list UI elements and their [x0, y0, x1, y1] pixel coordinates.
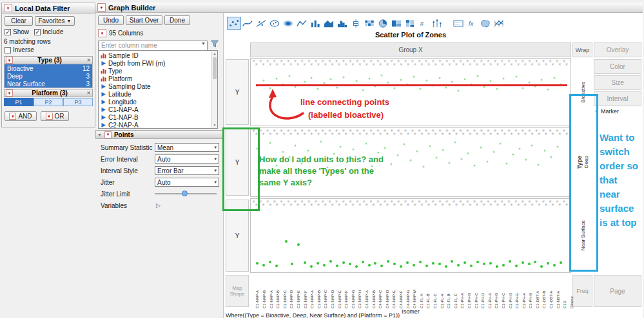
summary-statistic-select[interactable]: Mean▾ [155, 143, 219, 152]
data-point [541, 79, 543, 81]
column-item-depth-from-fwi-m[interactable]: Depth from FWI (m) [99, 59, 211, 67]
toolbar-icon-area[interactable] [322, 17, 336, 30]
column-name: Depth from FWI (m) [108, 60, 165, 67]
x-tick-label: C4-NAP-C [378, 275, 384, 308]
x-tick-label: C4-NAP-A [364, 275, 370, 308]
data-point [275, 265, 278, 267]
toolbar-icon-map-shapes[interactable] [478, 17, 493, 30]
jitter-limit-slider[interactable] [155, 193, 217, 194]
toolbar-icon-ellipse[interactable] [268, 17, 282, 30]
toolbar-icon-parallel[interactable] [492, 17, 506, 30]
toolbar-icon-points[interactable] [227, 17, 241, 30]
toolbar-icon-treemap[interactable] [389, 17, 404, 30]
group-x-zone[interactable]: Group X [250, 42, 571, 57]
filter-value-bioactive[interactable]: Bioactive12 [5, 64, 92, 72]
y-axis-zone-1[interactable]: Y [226, 59, 249, 125]
toolbar-icon-formula[interactable]: fx [465, 17, 479, 30]
column-list-scrollbar[interactable]: ▲ ▼ [211, 51, 217, 128]
drop-zone-overlay[interactable]: Overlay [594, 42, 641, 57]
inverse-checkbox[interactable]: Inverse [5, 46, 34, 53]
drop-zone-color[interactable]: Color [594, 59, 641, 74]
and-button[interactable]: ▼ AND [5, 111, 37, 121]
disclosure-icon[interactable]: ▷ [156, 202, 161, 209]
setting-label: Interval Style [95, 167, 138, 174]
toolbar-icon-caption-box[interactable] [451, 17, 465, 30]
close-icon[interactable]: ✕ [86, 57, 91, 63]
toolbar-icon-mosaic[interactable] [403, 17, 417, 30]
data-point [336, 86, 338, 88]
start-over-button[interactable]: Start Over [126, 15, 162, 25]
blue-annotation-rectangle [569, 94, 598, 272]
red-triangle-menu-icon[interactable]: ▼ [4, 4, 12, 12]
column-item-c1-nap-a[interactable]: C1-NAP-A [99, 106, 211, 113]
show-checkbox[interactable]: ✓Show [5, 28, 29, 35]
blue-annotation-text: is at top [600, 217, 637, 228]
page-zone[interactable]: Page [594, 275, 641, 307]
drop-zone-size[interactable]: Size [594, 75, 641, 90]
scroll-up-icon[interactable]: ▲ [212, 51, 217, 57]
toolbar-icon-line-of-fit[interactable] [254, 17, 268, 30]
data-point [422, 166, 424, 168]
points-setting-error-interval: Error IntervalAuto▾ [95, 153, 223, 165]
disclosure-triangle-icon[interactable]: ▼ [97, 133, 102, 137]
red-triangle-menu-icon[interactable]: ▼ [97, 3, 106, 12]
toolbar-icon-box-plot[interactable] [349, 17, 363, 30]
toolbar-icon-pie[interactable] [376, 17, 390, 30]
data-point [381, 75, 383, 77]
platform-option-p2[interactable]: P2 [34, 98, 63, 106]
clear-button[interactable]: Clear [5, 16, 33, 26]
filter-funnel-icon[interactable] [210, 39, 219, 48]
toolbar-icon-contour[interactable] [281, 17, 295, 30]
column-item-platform[interactable]: Platform [99, 75, 211, 82]
or-button[interactable]: ▼ OR [41, 111, 69, 121]
column-name: Platform [108, 75, 132, 82]
interval-style-select[interactable]: Error Bar▾ [155, 166, 219, 175]
column-item-type[interactable]: Type [99, 67, 211, 75]
platform-option-p1[interactable]: P1 [4, 98, 34, 106]
chevron-down-icon[interactable]: ▼ [201, 41, 206, 46]
toolbar-icon-bar[interactable] [308, 17, 322, 30]
continuous-column-icon [101, 61, 106, 66]
platform-option-p3[interactable]: P3 [63, 98, 93, 106]
slider-thumb[interactable] [182, 191, 188, 196]
column-search-input[interactable] [98, 41, 208, 51]
filter-value-deep[interactable]: Deep3 [5, 72, 92, 80]
jitter-select[interactable]: Auto▾ [155, 178, 219, 187]
column-item-longitude[interactable]: Longitude [99, 98, 211, 106]
red-triangle-menu-icon[interactable]: ▼ [104, 131, 112, 138]
done-button[interactable]: Done [164, 15, 190, 25]
green-annotation-rectangle [222, 127, 260, 211]
favorites-button[interactable]: Favorites ▼ [35, 16, 75, 26]
toolbar-icon-counts[interactable]: # [416, 17, 431, 30]
column-item-c2-nap-a[interactable]: C2-NAP-A [99, 121, 211, 128]
blue-annotation-text: surface [600, 203, 634, 214]
x-tick-label: C3-NAP-A [309, 275, 315, 308]
nominal-column-icon [101, 76, 106, 82]
toolbar-icon-heatmap[interactable] [362, 17, 376, 30]
freq-zone[interactable]: Freq [572, 275, 592, 307]
red-triangle-menu-icon[interactable]: ▼ [6, 89, 13, 97]
filter-value-near-surface[interactable]: Near Surface3 [5, 80, 92, 88]
toolbar-icon-smoother[interactable] [240, 17, 255, 30]
include-checkbox[interactable]: ✓Include [34, 28, 63, 35]
x-tick-label: C2-PH-C [501, 275, 507, 308]
map-shape-zone[interactable]: Map Shape [226, 275, 249, 307]
scroll-down-icon[interactable]: ▼ [212, 122, 217, 128]
scrollbar-thumb[interactable] [213, 57, 217, 79]
column-item-sampling-date[interactable]: Sampling Date [99, 82, 211, 90]
close-icon[interactable]: ✕ [86, 90, 91, 96]
wrap-zone[interactable]: Wrap [572, 42, 592, 57]
column-item-latitude[interactable]: Latitude [99, 90, 211, 98]
toolbar-icon-histogram[interactable] [335, 17, 349, 30]
column-name: Longitude [108, 98, 137, 106]
error-interval-select[interactable]: Auto▾ [155, 154, 219, 164]
column-list-items: Sample IDDepth from FWI (m)TypePlatformS… [99, 51, 211, 128]
toolbar-icon-line[interactable] [295, 17, 309, 30]
drop-zone-interval[interactable]: Interval [594, 91, 641, 106]
undo-button[interactable]: Undo [98, 15, 124, 25]
column-item-sample-id[interactable]: Sample ID [99, 51, 211, 59]
red-triangle-menu-icon[interactable]: ▼ [98, 29, 106, 37]
toolbar-icon-needle[interactable] [430, 17, 444, 30]
red-triangle-menu-icon[interactable]: ▼ [6, 57, 13, 64]
column-item-c1-nap-b[interactable]: C1-NAP-B [99, 113, 211, 121]
